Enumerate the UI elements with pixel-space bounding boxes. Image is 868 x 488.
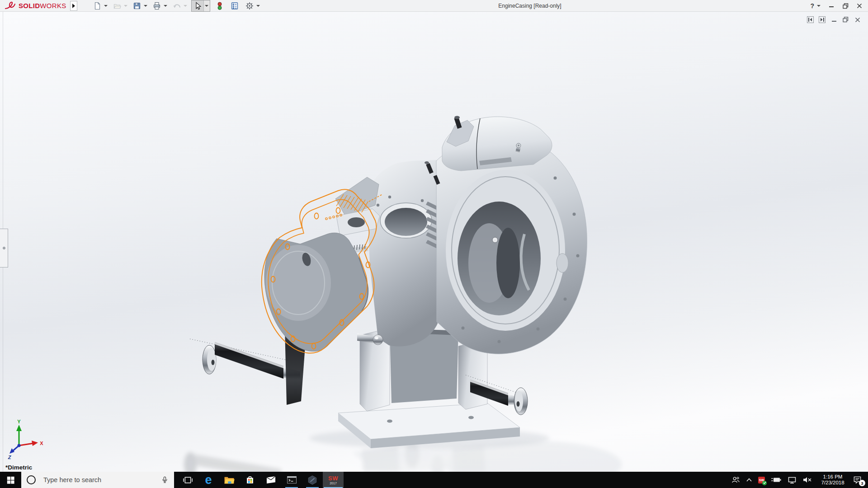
options-gear-icon	[244, 0, 255, 11]
save-dropdown[interactable]	[144, 5, 147, 7]
open-button[interactable]	[112, 0, 127, 11]
restore-button[interactable]	[842, 3, 849, 9]
check-icon	[762, 481, 767, 485]
save-floppy-icon	[132, 0, 142, 11]
new-document-dropdown[interactable]	[104, 5, 108, 7]
brand-text: SOLIDWORKS	[19, 2, 66, 9]
doc-restore-button[interactable]	[842, 16, 849, 23]
microsoft-store-icon	[245, 475, 255, 485]
clock-time: 1:16 PM	[818, 474, 847, 480]
options-dropdown[interactable]	[256, 5, 260, 7]
windows-logo-icon	[7, 476, 14, 484]
show-hidden-icons-chevron[interactable]	[746, 478, 752, 482]
taskbar-app-microsoft-store[interactable]	[240, 472, 260, 488]
taskbar-apps: e	[177, 472, 344, 488]
open-folder-icon	[112, 0, 123, 11]
doc-restore-icon	[843, 17, 849, 23]
clock-date: 7/23/2018	[818, 480, 847, 486]
z-axis-label: Z	[8, 455, 12, 460]
file-explorer-icon	[224, 475, 235, 484]
select-tool-combo	[191, 0, 210, 12]
flyout-arrow-icon	[72, 4, 75, 8]
select-dropdown[interactable]	[203, 0, 210, 11]
start-button[interactable]	[0, 472, 21, 488]
orientation-triad: Y X Z	[5, 419, 51, 461]
file-properties-icon	[229, 0, 240, 11]
notification-badge: 3	[859, 480, 865, 486]
doc-close-button[interactable]	[854, 16, 861, 23]
undo-arrow-icon	[171, 0, 182, 11]
edge-icon: e	[205, 474, 212, 486]
open-dropdown[interactable]	[124, 5, 127, 7]
windows-taskbar: Type here to search e	[0, 472, 868, 488]
rebuild-traffic-light-icon	[214, 0, 225, 11]
pane-handle-dot-icon	[3, 247, 5, 249]
taskbar-app-file-explorer[interactable]	[219, 472, 240, 488]
microphone-icon[interactable]	[161, 475, 169, 484]
command-prompt-icon	[287, 475, 297, 484]
battery-icon[interactable]	[771, 476, 782, 483]
taskbar-app-edge[interactable]: e	[198, 472, 219, 488]
rebuild-button[interactable]	[214, 0, 225, 11]
feature-pane-collapse-tab[interactable]	[0, 229, 8, 267]
file-properties-button[interactable]	[229, 0, 240, 11]
document-window-controls	[807, 16, 861, 23]
action-center-button[interactable]: 3	[853, 476, 864, 484]
doc-minimize-icon	[831, 17, 837, 23]
volume-muted-icon[interactable]	[802, 476, 812, 483]
network-icon[interactable]	[788, 476, 797, 484]
graphics-viewport[interactable]: Y X Z *Dimetric	[0, 12, 868, 472]
close-icon	[857, 3, 862, 9]
menu-flyout-button[interactable]	[70, 1, 77, 11]
taskbar-app-command-prompt[interactable]	[281, 472, 302, 488]
x-axis-label: X	[40, 441, 43, 446]
help-dropdown[interactable]	[817, 5, 821, 7]
mail-icon	[266, 475, 276, 484]
solidworks-tray-icon[interactable]: SW	[758, 477, 765, 483]
print-icon	[151, 0, 162, 11]
people-icon[interactable]	[731, 476, 740, 484]
new-document-icon	[92, 0, 103, 11]
quick-access-toolbar	[92, 0, 264, 12]
titlebar: SOLIDWORKS	[0, 0, 868, 12]
print-dropdown[interactable]	[164, 5, 167, 7]
pane-expand-right-button[interactable]	[819, 16, 826, 23]
y-axis-label: Y	[17, 419, 21, 424]
side-cover-plate	[264, 233, 368, 351]
solidworks-ds-icon	[5, 1, 16, 10]
search-input[interactable]: Type here to search	[21, 472, 174, 488]
solidworks-logo: SOLIDWORKS	[5, 1, 66, 10]
minimize-icon	[829, 3, 834, 9]
undo-dropdown[interactable]	[184, 5, 187, 7]
cortana-icon	[27, 475, 36, 484]
doc-minimize-button[interactable]	[830, 16, 837, 23]
select-cursor-button[interactable]	[192, 0, 203, 11]
new-document-button[interactable]	[92, 0, 108, 11]
taskbar-app-edrawings[interactable]	[302, 472, 323, 488]
document-title: EngineCasing [Read-only]	[485, 0, 575, 12]
restore-icon	[843, 3, 849, 9]
system-tray: SW 1:16 PM 7/23/2018 3	[731, 472, 868, 488]
pane-left-icon	[808, 17, 813, 22]
window-controls: ?	[810, 0, 868, 12]
taskbar-app-mail[interactable]	[260, 472, 281, 488]
undo-button[interactable]	[171, 0, 187, 11]
doc-close-icon	[855, 17, 860, 23]
minimize-button[interactable]	[828, 3, 835, 9]
taskbar-app-task-view[interactable]	[177, 472, 198, 488]
pane-right-icon	[820, 17, 825, 22]
solidworks-2017-icon: SW 2017	[328, 475, 338, 485]
select-cursor-icon	[193, 1, 202, 10]
save-button[interactable]	[132, 0, 147, 11]
print-button[interactable]	[151, 0, 167, 11]
help-button[interactable]: ?	[810, 2, 821, 9]
task-view-icon	[183, 475, 193, 485]
model-canvas[interactable]	[0, 12, 868, 472]
clock[interactable]: 1:16 PM 7/23/2018	[818, 474, 847, 486]
close-button[interactable]	[856, 3, 863, 9]
search-placeholder: Type here to search	[43, 476, 161, 483]
taskbar-app-solidworks-2017[interactable]: SW 2017	[323, 472, 344, 488]
view-orientation-label: *Dimetric	[5, 464, 32, 471]
options-button[interactable]	[244, 0, 260, 11]
pane-collapse-left-button[interactable]	[807, 16, 814, 23]
